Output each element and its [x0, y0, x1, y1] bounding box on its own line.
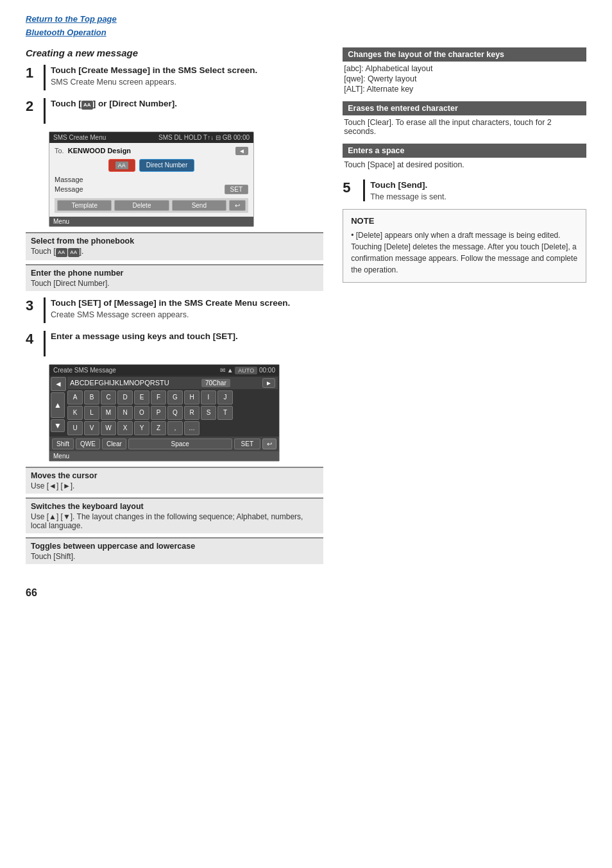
step-1-content: Touch [Create Message] in the SMS Select…: [51, 65, 323, 87]
kbd-key-Z[interactable]: Z: [151, 421, 166, 435]
step-4: 4 Enter a message using keys and touch […: [26, 331, 323, 356]
kbd-up-btn[interactable]: ▲: [51, 392, 65, 418]
kbd-key-V[interactable]: V: [84, 421, 99, 435]
left-column: Creating a new message 1 Touch [Create M…: [26, 47, 323, 568]
kbd-key-Q[interactable]: Q: [167, 406, 183, 420]
link-return-top[interactable]: Return to the Top page: [26, 13, 586, 26]
kbd-key-A[interactable]: A: [67, 390, 83, 405]
right-column: Changes the layout of the character keys…: [343, 47, 586, 568]
kbd-key-C[interactable]: C: [101, 390, 116, 405]
kbd-key-M[interactable]: M: [101, 406, 116, 420]
step-1: 1 Touch [Create Message] in the SMS Sele…: [26, 65, 323, 90]
kbd-qwe-btn[interactable]: QWE: [76, 438, 100, 449]
kbd-key-comma[interactable]: ，: [167, 421, 183, 435]
kbd-alpha-row: ABCDEFGHIJKLMNOPQRSTU 70Char ►: [67, 377, 278, 389]
kbd-key-X[interactable]: X: [117, 421, 133, 435]
info-box-phone-desc: Touch [Direct Number].: [31, 279, 318, 288]
step-bar-2: [44, 98, 46, 124]
kbd-key-W[interactable]: W: [101, 421, 116, 435]
kbd-prev-btn[interactable]: ◄: [51, 377, 66, 391]
right-section-char-layout: Changes the layout of the character keys…: [343, 47, 586, 94]
sms-delete-btn[interactable]: Delete: [114, 200, 169, 211]
kbd-key-ellipsis[interactable]: …: [184, 421, 200, 435]
kbd-key-R[interactable]: R: [184, 406, 200, 420]
right-section-space-content: Touch [Space] at desired position.: [343, 160, 586, 169]
step-2-content: Touch [AA] or [Direct Number].: [51, 98, 323, 110]
kbd-key-B[interactable]: B: [84, 390, 99, 405]
kbd-row-2: K L M N O P Q R S T: [67, 406, 278, 420]
kbd-next-btn[interactable]: ►: [262, 378, 275, 388]
kbd-key-Y[interactable]: Y: [134, 421, 149, 435]
step-bar-4: [44, 331, 46, 356]
kbd-key-K[interactable]: K: [67, 406, 83, 420]
step-num-5: 5: [343, 179, 361, 196]
erase-desc: Touch [Clear]. To erase all the input ch…: [344, 118, 585, 136]
kbd-char-counter: 70Char: [201, 379, 230, 387]
step-bar-1: [44, 65, 46, 90]
kbd-key-H[interactable]: H: [184, 390, 200, 405]
sms-set-btn[interactable]: SET: [225, 185, 248, 194]
kbd-key-S[interactable]: S: [201, 406, 216, 420]
header-links: Return to the Top page Bluetooth Operati…: [26, 13, 586, 40]
right-section-char-layout-content: [abc]: Alphabetical layout [qwe]: Qwerty…: [343, 64, 586, 94]
sms-direct-number-btn[interactable]: Direct Number: [139, 159, 194, 172]
sms-topbar: SMS Create Menu SMS DL HOLD T↑↓ ⊟ GB 00:…: [49, 132, 253, 143]
kbd-down-btn[interactable]: ▼: [51, 419, 65, 432]
sms-template-btn[interactable]: Template: [57, 200, 112, 211]
char-layout-qwe: [qwe]: Qwerty layout: [344, 74, 585, 83]
kbd-shift-btn[interactable]: Shift: [52, 438, 74, 449]
step-num-3: 3: [26, 297, 44, 314]
sms-buttons-row: AA Direct Number: [55, 159, 248, 172]
kbd-key-L[interactable]: L: [84, 406, 99, 420]
kbd-key-G[interactable]: G: [167, 390, 183, 405]
info-box-phonebook-title: Select from the phonebook: [31, 237, 318, 246]
kbd-key-T[interactable]: T: [217, 406, 233, 420]
note-content: • [Delete] appears only when a draft mes…: [351, 230, 578, 276]
kbd-back-btn2[interactable]: ↩: [262, 438, 276, 449]
sms-to-row: To. KENWOOD Design ◄: [55, 147, 248, 155]
sms-msg-rows: Massage Message SET: [55, 176, 248, 194]
space-desc: Touch [Space] at desired position.: [344, 160, 585, 169]
char-layout-alt: [ALT]: Alternate key: [344, 85, 585, 94]
kbd-key-J[interactable]: J: [217, 390, 233, 405]
info-box-phone-title: Enter the phone number: [31, 269, 318, 278]
sms-message-label: Message: [55, 185, 83, 193]
step-num-4: 4: [26, 331, 44, 347]
kbd-key-O[interactable]: O: [134, 406, 149, 420]
kbd-key-D[interactable]: D: [117, 390, 133, 405]
kbd-key-N[interactable]: N: [117, 406, 133, 420]
kbd-title: Create SMS Message: [53, 367, 116, 374]
info-box-toggle-case-desc: Touch [Shift].: [31, 552, 318, 561]
sms-back-btn[interactable]: ◄: [235, 147, 248, 155]
kbd-space-btn[interactable]: Space: [128, 438, 232, 449]
char-layout-abc: [abc]: Alphabetical layout: [344, 64, 585, 73]
kbd-grid: ABCDEFGHIJKLMNOPQRSTU 70Char ► A B C D E…: [67, 377, 278, 435]
kbd-set-btn[interactable]: SET: [234, 438, 260, 449]
kbd-key-I[interactable]: I: [201, 390, 216, 405]
info-box-cursor-title: Moves the cursor: [31, 471, 318, 480]
sms-phonebook-btn[interactable]: AA: [108, 159, 135, 172]
kbd-clear-btn[interactable]: Clear: [102, 438, 126, 449]
right-section-char-layout-title: Changes the layout of the character keys: [343, 47, 586, 62]
right-section-space: Enters a space Touch [Space] at desired …: [343, 144, 586, 169]
kbd-row-3: U V W X Y Z ， …: [67, 421, 278, 435]
sms-title: SMS Create Menu: [53, 134, 106, 141]
info-box-toggle-case: Toggles between uppercase and lowercase …: [26, 537, 323, 564]
step-bar-5: [363, 179, 365, 202]
sms-bottom-row: Template Delete Send ↩: [55, 198, 248, 213]
sms-send-btn[interactable]: Send: [172, 200, 226, 211]
step-5-content: Touch [Send]. The message is sent.: [370, 179, 586, 202]
kbd-key-P[interactable]: P: [151, 406, 166, 420]
link-bluetooth-op[interactable]: Bluetooth Operation: [26, 26, 586, 40]
kbd-key-F[interactable]: F: [151, 390, 166, 405]
sms-to-value: KENWOOD Design: [68, 147, 232, 154]
page-footer: 66: [26, 587, 586, 599]
create-sms-keyboard-screenshot: Create SMS Message ✉ ▲ AUTO 00:00 ◄ ▲ ▼ …: [49, 364, 280, 462]
sms-back-arrow-btn[interactable]: ↩: [229, 200, 246, 211]
info-box-keyboard-layout-title: Switches the keyboard layout: [31, 502, 318, 511]
kbd-key-E[interactable]: E: [134, 390, 149, 405]
kbd-key-U[interactable]: U: [67, 421, 83, 435]
phonebook-icon-2: AAAA: [56, 248, 80, 257]
info-box-phonebook: Select from the phonebook Touch [AAAA].: [26, 232, 323, 260]
sms-create-menu-screenshot: SMS Create Menu SMS DL HOLD T↑↓ ⊟ GB 00:…: [49, 131, 254, 227]
